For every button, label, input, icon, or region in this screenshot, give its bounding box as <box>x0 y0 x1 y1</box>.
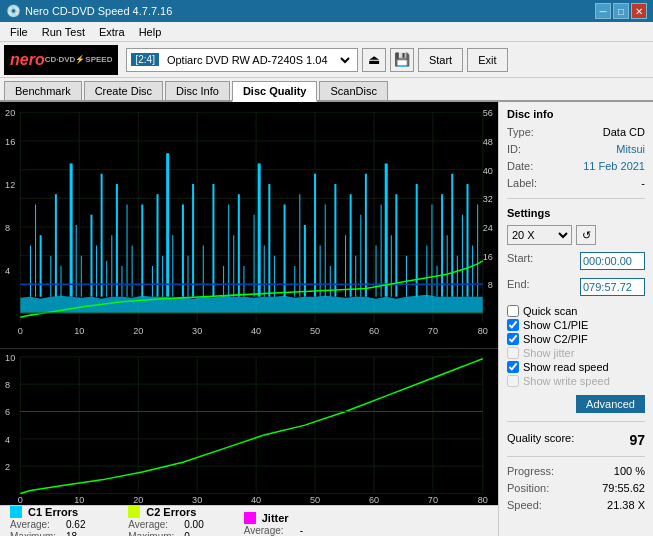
divider-3 <box>507 456 645 457</box>
tab-scan-disc[interactable]: ScanDisc <box>319 81 387 100</box>
end-time-input[interactable] <box>580 278 645 296</box>
maximize-button[interactable]: □ <box>613 3 629 19</box>
tab-benchmark[interactable]: Benchmark <box>4 81 82 100</box>
save-button[interactable]: 💾 <box>390 48 414 72</box>
position-label: Position: <box>507 482 549 494</box>
show-c1-checkbox[interactable] <box>507 319 519 331</box>
show-jitter-checkbox[interactable] <box>507 347 519 359</box>
disc-date-value: 11 Feb 2021 <box>583 160 645 172</box>
c1-avg-label: Average: <box>10 519 60 530</box>
tab-create-disc[interactable]: Create Disc <box>84 81 163 100</box>
menu-file[interactable]: File <box>4 25 34 39</box>
checkboxes-section: Quick scan Show C1/PIE Show C2/PIF Show … <box>507 305 645 389</box>
show-write-speed-checkbox[interactable] <box>507 375 519 387</box>
disc-info-title: Disc info <box>507 108 645 120</box>
c1-max-row: Maximum: 18 <box>10 531 88 536</box>
title-bar-left: 💿 Nero CD-DVD Speed 4.7.7.16 <box>6 4 172 18</box>
disc-label-row: Label: - <box>507 177 645 189</box>
start-time-label: Start: <box>507 252 533 270</box>
c1-max-label: Maximum: <box>10 531 60 536</box>
svg-text:60: 60 <box>369 326 379 336</box>
quality-score-label: Quality score: <box>507 432 574 448</box>
disc-date-row: Date: 11 Feb 2021 <box>507 160 645 172</box>
menu-help[interactable]: Help <box>133 25 168 39</box>
c2-max-label: Maximum: <box>128 531 178 536</box>
position-row: Position: 79:55.62 <box>507 482 645 494</box>
start-time-input[interactable] <box>580 252 645 270</box>
svg-text:6: 6 <box>5 407 10 417</box>
svg-text:40: 40 <box>483 166 493 176</box>
svg-text:40: 40 <box>251 326 261 336</box>
c2-label: C2 Errors <box>146 506 196 518</box>
jitter-avg-row: Average: - <box>244 525 303 536</box>
chart-container: 56 48 40 32 24 16 8 20 16 12 8 4 <box>0 102 498 536</box>
app-title: Nero CD-DVD Speed 4.7.7.16 <box>25 5 172 17</box>
svg-text:50: 50 <box>310 326 320 336</box>
refresh-button[interactable]: ↺ <box>576 225 596 245</box>
drive-selector: [2:4] Optiarc DVD RW AD-7240S 1.04 <box>126 48 357 72</box>
svg-text:8: 8 <box>5 223 10 233</box>
disc-id-value: Mitsui <box>616 143 645 155</box>
c2-avg-value: 0.00 <box>184 519 203 530</box>
c2-color <box>128 506 140 518</box>
position-value: 79:55.62 <box>602 482 645 494</box>
divider-1 <box>507 198 645 199</box>
start-button[interactable]: Start <box>418 48 463 72</box>
speed-row: 20 X 4 X 8 X 16 X Maximum ↺ <box>507 225 645 245</box>
lower-chart-svg: 10 8 6 4 2 <box>0 349 498 505</box>
tab-disc-info[interactable]: Disc Info <box>165 81 230 100</box>
svg-text:4: 4 <box>5 266 10 276</box>
svg-text:48: 48 <box>483 137 493 147</box>
svg-text:80: 80 <box>478 326 488 336</box>
jitter-label: Jitter <box>262 512 289 524</box>
c1-max-value: 18 <box>66 531 77 536</box>
jitter-avg-label: Average: <box>244 525 294 536</box>
quick-scan-row: Quick scan <box>507 305 645 317</box>
show-read-speed-checkbox[interactable] <box>507 361 519 373</box>
speed-label: Speed: <box>507 499 542 511</box>
progress-row: Progress: 100 % <box>507 465 645 477</box>
jitter-color <box>244 512 256 524</box>
advanced-button[interactable]: Advanced <box>576 395 645 413</box>
show-write-speed-label: Show write speed <box>523 375 610 387</box>
c1-avg-value: 0.62 <box>66 519 85 530</box>
svg-text:2: 2 <box>5 462 10 472</box>
close-button[interactable]: ✕ <box>631 3 647 19</box>
svg-text:8: 8 <box>488 280 493 290</box>
title-bar-controls: ─ □ ✕ <box>595 3 647 19</box>
settings-title: Settings <box>507 207 645 219</box>
svg-text:60: 60 <box>369 495 379 505</box>
svg-text:0: 0 <box>18 326 23 336</box>
menu-bar: File Run Test Extra Help <box>0 22 653 42</box>
c1-color <box>10 506 22 518</box>
show-read-speed-row: Show read speed <box>507 361 645 373</box>
progress-value: 100 % <box>614 465 645 477</box>
drive-select[interactable]: Optiarc DVD RW AD-7240S 1.04 <box>163 53 353 67</box>
c2-avg-row: Average: 0.00 <box>128 519 203 530</box>
svg-text:24: 24 <box>483 223 493 233</box>
tab-disc-quality[interactable]: Disc Quality <box>232 81 318 102</box>
show-c2-row: Show C2/PIF <box>507 333 645 345</box>
end-time-label: End: <box>507 278 530 296</box>
c2-max-value: 0 <box>184 531 190 536</box>
svg-text:10: 10 <box>74 326 84 336</box>
eject-button[interactable]: ⏏ <box>362 48 386 72</box>
show-write-speed-row: Show write speed <box>507 375 645 387</box>
exit-button[interactable]: Exit <box>467 48 507 72</box>
menu-extra[interactable]: Extra <box>93 25 131 39</box>
svg-text:32: 32 <box>483 194 493 204</box>
svg-text:30: 30 <box>192 326 202 336</box>
divider-2 <box>507 421 645 422</box>
disc-date-label: Date: <box>507 160 533 172</box>
toolbar: nero CD·DVD⚡SPEED [2:4] Optiarc DVD RW A… <box>0 42 653 78</box>
quick-scan-checkbox[interactable] <box>507 305 519 317</box>
end-time-row: End: <box>507 278 645 296</box>
menu-run-test[interactable]: Run Test <box>36 25 91 39</box>
c1-label: C1 Errors <box>28 506 78 518</box>
svg-text:20: 20 <box>133 326 143 336</box>
show-read-speed-label: Show read speed <box>523 361 609 373</box>
svg-text:30: 30 <box>192 495 202 505</box>
speed-select[interactable]: 20 X 4 X 8 X 16 X Maximum <box>507 225 572 245</box>
show-c2-checkbox[interactable] <box>507 333 519 345</box>
minimize-button[interactable]: ─ <box>595 3 611 19</box>
